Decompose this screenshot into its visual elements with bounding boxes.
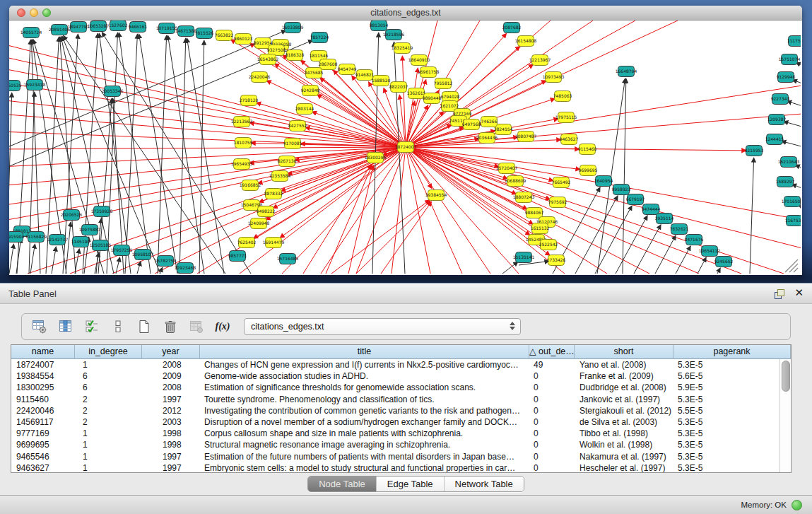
- graph-node[interactable]: 18724007: [395, 142, 417, 153]
- graph-node[interactable]: 12923468: [175, 263, 196, 274]
- graph-node[interactable]: 1615132: [531, 223, 550, 234]
- graph-node[interactable]: 7625402: [237, 238, 257, 248]
- graph-node[interactable]: 18325419: [392, 43, 413, 54]
- graph-node[interactable]: 9890448: [423, 93, 442, 104]
- graph-node[interactable]: 9857771: [228, 251, 247, 262]
- table-row[interactable]: 1872400712008Changes of HCN gene express…: [11, 359, 791, 370]
- table-row[interactable]: 969969511998Structural magnetic resonanc…: [11, 439, 791, 450]
- graph-node[interactable]: 11156829: [25, 232, 47, 243]
- table-settings-icon[interactable]: [30, 318, 49, 335]
- graph-node[interactable]: 15716485: [277, 254, 299, 264]
- graph-node[interactable]: 7955812: [434, 78, 453, 89]
- window-titlebar[interactable]: citations_edges.txt: [9, 6, 802, 21]
- graph-node[interactable]: 14671388: [175, 26, 197, 37]
- graph-node[interactable]: 16154808: [515, 36, 537, 47]
- graph-node[interactable]: 18807243: [513, 192, 535, 203]
- graph-node[interactable]: 10807487: [515, 132, 537, 142]
- graph-node[interactable]: 1527602: [109, 21, 128, 31]
- graph-node[interactable]: 12505185: [90, 240, 112, 251]
- graph-node[interactable]: 15135141: [513, 252, 535, 263]
- graph-node[interactable]: 18947791: [68, 22, 90, 33]
- graph-node[interactable]: 1589297: [776, 177, 795, 187]
- memory-status-icon[interactable]: [792, 500, 802, 510]
- graph-node[interactable]: 12353584: [269, 171, 291, 182]
- graph-node[interactable]: 8267130: [278, 156, 297, 167]
- graph-node[interactable]: 1244415: [765, 134, 784, 145]
- graph-node[interactable]: 18640910: [408, 55, 430, 66]
- graph-node[interactable]: 1640954: [594, 176, 613, 187]
- column-header[interactable]: short: [575, 345, 673, 359]
- graph-node[interactable]: 9699695: [579, 165, 598, 176]
- show-columns-icon[interactable]: [57, 318, 75, 335]
- graph-node[interactable]: 8822037: [389, 82, 408, 93]
- graph-node[interactable]: 10688609: [505, 176, 526, 187]
- graph-node[interactable]: 2803144: [295, 104, 314, 115]
- column-header[interactable]: name: [11, 345, 75, 359]
- tab-edge-table[interactable]: Edge Table: [377, 477, 445, 491]
- graph-node[interactable]: 1733426: [547, 255, 566, 266]
- graph-node[interactable]: 12142737: [47, 235, 69, 245]
- graph-node[interactable]: 2522542: [539, 240, 558, 250]
- graph-node[interactable]: 16782759: [155, 256, 177, 267]
- graph-node[interactable]: 19166852: [240, 180, 261, 191]
- graph-node[interactable]: 1167533: [785, 216, 801, 226]
- graph-node[interactable]: 14055724: [20, 28, 42, 38]
- column-header[interactable]: in_degree: [75, 345, 142, 359]
- graph-node[interactable]: 7663822: [215, 30, 234, 41]
- graph-node[interactable]: 16033809: [282, 23, 304, 33]
- table-source-select[interactable]: citations_edges.txt: [244, 318, 521, 335]
- table-row[interactable]: 1456911722003Disruption of a novel membe…: [11, 416, 791, 428]
- graph-node[interactable]: 9115460: [578, 144, 597, 155]
- graph-node[interactable]: 12409948: [248, 218, 270, 229]
- table-row[interactable]: 946554611997Estimation of the future num…: [11, 451, 791, 462]
- graph-node[interactable]: 9129946: [777, 72, 796, 83]
- graph-node[interactable]: 18300295: [365, 153, 387, 163]
- graph-node[interactable]: 20364436: [476, 133, 498, 144]
- graph-node[interactable]: 9466161: [129, 22, 148, 33]
- graph-node[interactable]: 6679197: [626, 194, 645, 205]
- graph-node[interactable]: 9498222: [257, 206, 276, 217]
- graph-node[interactable]: 22420046: [249, 72, 271, 83]
- graph-node[interactable]: 7857224: [310, 33, 329, 43]
- column-header[interactable]: △ out_de…: [529, 345, 575, 359]
- graph-node[interactable]: 19384554: [425, 190, 447, 201]
- graph-node[interactable]: 15720407: [496, 163, 518, 174]
- graph-node[interactable]: 1810755: [234, 138, 253, 148]
- graph-node[interactable]: 9245652: [714, 257, 734, 267]
- graph-node[interactable]: 17016504: [782, 197, 801, 207]
- graph-node[interactable]: 8186328: [286, 50, 305, 61]
- graph-node[interactable]: 3915904: [9, 232, 25, 243]
- graph-node[interactable]: 9463627: [560, 134, 579, 145]
- graph-node[interactable]: 20206526: [61, 210, 83, 221]
- graph-node[interactable]: 15923418: [24, 80, 46, 90]
- tab-network-table[interactable]: Network Table: [445, 477, 524, 491]
- graph-node[interactable]: 10653287: [88, 21, 110, 32]
- graph-node[interactable]: 17957255: [111, 245, 133, 256]
- graph-node[interactable]: 7485063: [553, 91, 572, 102]
- graph-node[interactable]: 12213967: [529, 55, 551, 66]
- graph-node[interactable]: 1588520: [372, 76, 391, 86]
- table-row[interactable]: 1938455462009Genome-wide association stu…: [11, 370, 791, 382]
- graph-node[interactable]: 6497568: [462, 119, 481, 130]
- table-row[interactable]: 977716911998Corpus callosum shape and si…: [11, 428, 791, 439]
- graph-node[interactable]: 2087682: [502, 23, 522, 33]
- graph-node[interactable]: 7975692: [548, 197, 567, 208]
- graph-node[interactable]: 4170081: [283, 139, 302, 149]
- row-height-icon[interactable]: [109, 318, 127, 335]
- graph-node[interactable]: 16543862: [257, 54, 279, 65]
- graph-node[interactable]: 16914479: [263, 238, 285, 248]
- graph-node[interactable]: 8427552: [288, 121, 307, 132]
- graph-node[interactable]: 16961758: [418, 67, 440, 78]
- graph-node[interactable]: 10975887: [79, 225, 101, 235]
- graph-node[interactable]: 9227343: [771, 94, 790, 105]
- graph-node[interactable]: 20053346: [102, 86, 124, 97]
- delete-trash-icon[interactable]: [161, 318, 180, 335]
- graph-node[interactable]: 7665492: [552, 177, 571, 188]
- table-row[interactable]: 2242004622012Investigating the contribut…: [11, 405, 791, 416]
- graph-node[interactable]: 2718120: [240, 95, 259, 106]
- graph-node[interactable]: 2060535: [9, 81, 22, 91]
- column-header[interactable]: title: [200, 345, 529, 359]
- graph-node[interactable]: 1117534: [787, 36, 801, 47]
- graph-node[interactable]: 8215953: [745, 146, 764, 156]
- graph-node[interactable]: 8958923: [612, 185, 631, 195]
